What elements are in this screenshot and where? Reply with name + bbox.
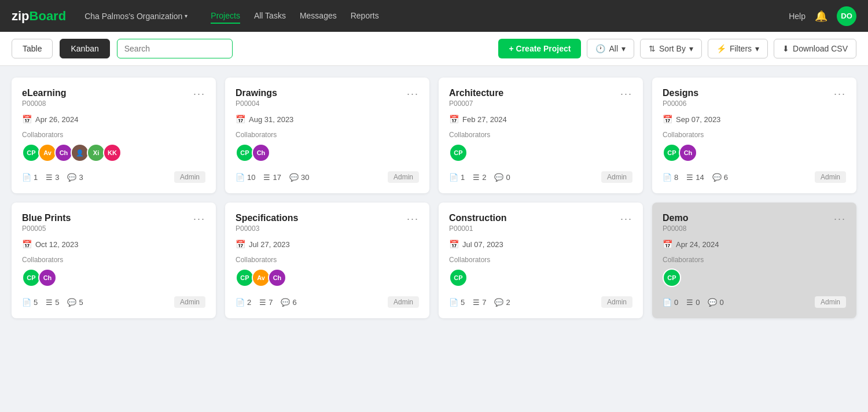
card-menu-button[interactable]: ···: [407, 213, 419, 225]
card-id: P00007: [449, 100, 503, 108]
files-stat: 📄 2: [236, 298, 251, 307]
card-menu-button[interactable]: ···: [407, 88, 419, 100]
card-menu-button[interactable]: ···: [834, 88, 846, 100]
project-card[interactable]: Designs P00006 ··· 📅 Sep 07, 2023 Collab…: [652, 78, 856, 193]
date-value: Oct 12, 2023: [35, 240, 78, 249]
nav-messages[interactable]: Messages: [300, 9, 337, 24]
card-title-block: Demo P00008: [663, 213, 688, 233]
tasks-icon: ☰: [686, 298, 693, 307]
card-title: Blue Prints: [22, 213, 71, 223]
card-footer: 📄 5 ☰ 7 💬 2 Admin: [449, 296, 632, 308]
create-project-button[interactable]: + Create Project: [498, 39, 581, 58]
collaborator-avatar: CP: [449, 144, 468, 162]
card-stats: 📄 8 ☰ 14 💬 6: [663, 173, 728, 182]
project-card[interactable]: Architecture P00007 ··· 📅 Feb 27, 2024 C…: [439, 78, 643, 193]
date-value: Aug 31, 2023: [249, 115, 293, 124]
card-id: P00008: [22, 100, 66, 108]
card-menu-button[interactable]: ···: [193, 213, 205, 225]
collaborators-avatars: CPCh: [663, 144, 846, 162]
all-filter-button[interactable]: 🕐 All ▾: [587, 39, 634, 58]
chevron-down-icon: ▾: [621, 44, 626, 53]
collaborators-avatars: CPCh: [236, 144, 419, 162]
comments-icon: 💬: [289, 173, 299, 182]
comments-count: 30: [301, 173, 309, 182]
card-header: Architecture P00007 ···: [449, 88, 632, 108]
card-header: Drawings P00004 ···: [236, 88, 419, 108]
card-stats: 📄 0 ☰ 0 💬 0: [663, 298, 724, 307]
card-footer: 📄 8 ☰ 14 💬 6 Admin: [663, 171, 846, 183]
comments-icon: 💬: [67, 173, 76, 182]
card-date: 📅 Sep 07, 2023: [663, 115, 846, 124]
project-card[interactable]: Demo P00008 ··· 📅 Apr 24, 2024 Collabora…: [652, 203, 856, 318]
files-stat: 📄 5: [449, 298, 465, 307]
card-title: eLearning: [22, 88, 66, 98]
tasks-stat: ☰ 0: [686, 298, 700, 307]
date-value: Jul 07, 2023: [462, 240, 503, 249]
files-count: 8: [674, 173, 678, 182]
tasks-count: 2: [482, 173, 486, 182]
collaborators-section: Collaborators CPAvCh: [236, 256, 419, 287]
table-view-button[interactable]: Table: [12, 39, 53, 58]
nav-projects[interactable]: Projects: [211, 9, 240, 24]
collaborators-section: Collaborators CPCh: [22, 256, 205, 287]
card-menu-button[interactable]: ···: [193, 88, 205, 100]
files-stat: 📄 8: [663, 173, 678, 182]
card-stats: 📄 1 ☰ 3 💬 3: [22, 173, 83, 182]
nav-all-tasks[interactable]: All Tasks: [254, 9, 286, 24]
project-card[interactable]: eLearning P00008 ··· 📅 Apr 26, 2024 Coll…: [12, 78, 216, 193]
tasks-icon: ☰: [259, 298, 266, 307]
tasks-count: 3: [55, 173, 59, 182]
help-link[interactable]: Help: [789, 12, 806, 21]
files-count: 2: [247, 298, 251, 307]
chevron-down-icon: ▾: [689, 44, 693, 53]
logo[interactable]: zipBoard: [12, 9, 66, 24]
tasks-stat: ☰ 17: [263, 173, 281, 182]
project-card[interactable]: Construction P00001 ··· 📅 Jul 07, 2023 C…: [439, 203, 643, 318]
files-count: 10: [247, 173, 255, 182]
card-date: 📅 Aug 31, 2023: [236, 115, 419, 124]
comments-stat: 💬 5: [67, 298, 83, 307]
collaborators-avatars: CPAvCh👤XiKK: [22, 144, 205, 162]
card-menu-button[interactable]: ···: [620, 88, 632, 100]
collaborators-section: Collaborators CPAvCh👤XiKK: [22, 131, 205, 162]
project-card[interactable]: Specifications P00003 ··· 📅 Jul 27, 2023…: [225, 203, 429, 318]
collaborators-label: Collaborators: [236, 131, 419, 139]
collaborators-avatars: CP: [449, 144, 632, 162]
date-value: Apr 26, 2024: [35, 115, 78, 124]
role-badge: Admin: [174, 171, 205, 183]
kanban-view-button[interactable]: Kanban: [60, 39, 109, 58]
tasks-icon: ☰: [473, 298, 480, 307]
card-menu-button[interactable]: ···: [834, 213, 846, 225]
date-value: Feb 27, 2024: [462, 115, 507, 124]
project-card[interactable]: Drawings P00004 ··· 📅 Aug 31, 2023 Colla…: [225, 78, 429, 193]
date-value: Apr 24, 2024: [676, 240, 719, 249]
card-menu-button[interactable]: ···: [620, 213, 632, 225]
card-stats: 📄 5 ☰ 7 💬 2: [449, 298, 510, 307]
tasks-icon: ☰: [473, 173, 480, 182]
collaborators-section: Collaborators CP: [449, 256, 632, 287]
search-input[interactable]: [117, 39, 233, 58]
comments-count: 3: [79, 173, 83, 182]
role-badge: Admin: [388, 171, 419, 183]
file-icon: 📄: [236, 173, 245, 182]
bell-icon[interactable]: 🔔: [815, 10, 827, 23]
download-csv-button[interactable]: ⬇ Download CSV: [774, 39, 856, 58]
org-selector[interactable]: Cha Palmos's Organization ▾: [84, 12, 187, 21]
date-value: Sep 07, 2023: [676, 115, 720, 124]
tasks-stat: ☰ 3: [46, 173, 59, 182]
role-badge: Admin: [174, 296, 205, 308]
card-footer: 📄 10 ☰ 17 💬 30 Admin: [236, 171, 419, 183]
comments-stat: 💬 0: [494, 173, 510, 182]
filters-button[interactable]: ⚡ Filters ▾: [708, 39, 768, 58]
nav-reports[interactable]: Reports: [351, 9, 379, 24]
user-avatar[interactable]: DO: [837, 6, 856, 26]
files-stat: 📄 1: [22, 173, 38, 182]
card-footer: 📄 2 ☰ 7 💬 6 Admin: [236, 296, 419, 308]
sort-by-button[interactable]: ⇅ Sort By ▾: [640, 39, 702, 58]
comments-stat: 💬 30: [289, 173, 309, 182]
collaborator-avatar: Ch: [679, 144, 697, 162]
card-footer: 📄 1 ☰ 2 💬 0 Admin: [449, 171, 632, 183]
tasks-count: 7: [269, 298, 273, 307]
card-footer: 📄 5 ☰ 5 💬 5 Admin: [22, 296, 205, 308]
project-card[interactable]: Blue Prints P00005 ··· 📅 Oct 12, 2023 Co…: [12, 203, 216, 318]
